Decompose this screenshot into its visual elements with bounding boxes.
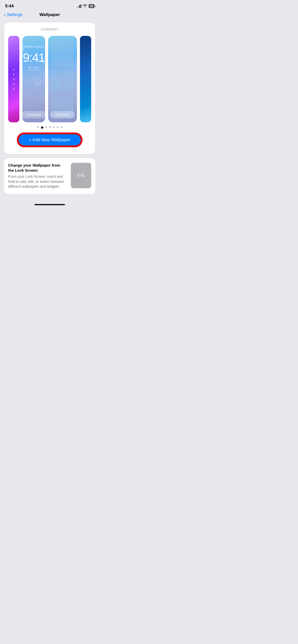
info-title: Change your Wallpaper from the Lock Scre… [8, 163, 67, 173]
status-time: 5:44 [5, 4, 14, 9]
wallpaper-card: CURRENT ❄ ❄ ❄ ❄ ❄ Tuesday, January 9 9:4… [4, 22, 95, 154]
wallpaper-right-peek[interactable] [80, 36, 91, 122]
nav-bar: ‹ Settings Wallpaper [0, 10, 99, 20]
battery-icon: 38 [89, 4, 94, 8]
dot-4[interactable] [49, 126, 51, 128]
wallpaper-left-peek[interactable]: ❄ ❄ ❄ ❄ ❄ [8, 36, 19, 122]
home-widgets [51, 39, 74, 118]
lock-screen-thumbnail: 9:41 [71, 163, 91, 188]
widget-half-right [64, 69, 74, 93]
focus-icon: ◎ [35, 79, 41, 85]
dot-5[interactable] [53, 126, 55, 128]
add-btn-ring: + Add New Wallpaper [17, 133, 82, 147]
wifi-icon [83, 4, 87, 8]
info-text: Change your Wallpaper from the Lock Scre… [8, 163, 67, 189]
current-label: CURRENT [8, 27, 91, 31]
carousel-dots [8, 126, 91, 129]
widgets-row [51, 69, 74, 93]
wallpaper-carousel[interactable]: ❄ ❄ ❄ ❄ ❄ Tuesday, January 9 9:41 🌥 in 3… [8, 36, 91, 122]
back-button[interactable]: ‹ Settings [4, 12, 22, 18]
ls-weather: 🌥 in 32min Now 60m [29, 66, 39, 71]
info-desc: From your Lock Screen, touch and hold to… [8, 174, 67, 189]
dot-2-active[interactable] [41, 126, 43, 129]
widget-half-left [51, 69, 62, 93]
page-title: Wallpaper [39, 12, 60, 17]
snowflake-decoration: ❄ ❄ ❄ ❄ ❄ [8, 36, 19, 122]
add-wallpaper-button[interactable]: + Add New Wallpaper [19, 134, 80, 145]
home-bar [34, 204, 65, 205]
status-icons: 38 [77, 4, 94, 8]
lock-thumb-time: 9:41 [77, 173, 85, 178]
back-label: Settings [7, 12, 22, 17]
dot-1[interactable] [37, 126, 39, 128]
ls-customize-button[interactable]: Customize [22, 111, 45, 118]
widget-wide [51, 39, 74, 67]
homescreen-preview[interactable]: Customize [48, 36, 77, 122]
status-bar: 5:44 38 [0, 0, 99, 10]
info-card: Change your Wallpaper from the Lock Scre… [4, 158, 95, 194]
ls-time: 9:41 [23, 51, 45, 65]
dot-7[interactable] [61, 126, 62, 128]
signal-icon [77, 4, 81, 8]
add-btn-wrapper: + Add New Wallpaper [8, 133, 91, 147]
dot-6[interactable] [57, 126, 59, 128]
dot-3[interactable] [45, 126, 47, 128]
lockscreen-preview[interactable]: Tuesday, January 9 9:41 🌥 in 32min Now 6… [22, 36, 45, 122]
hs-customize-button[interactable]: Customize [50, 111, 75, 118]
ls-date: Tuesday, January 9 [22, 45, 45, 51]
back-chevron-icon: ‹ [4, 12, 6, 18]
home-indicator [0, 202, 99, 208]
